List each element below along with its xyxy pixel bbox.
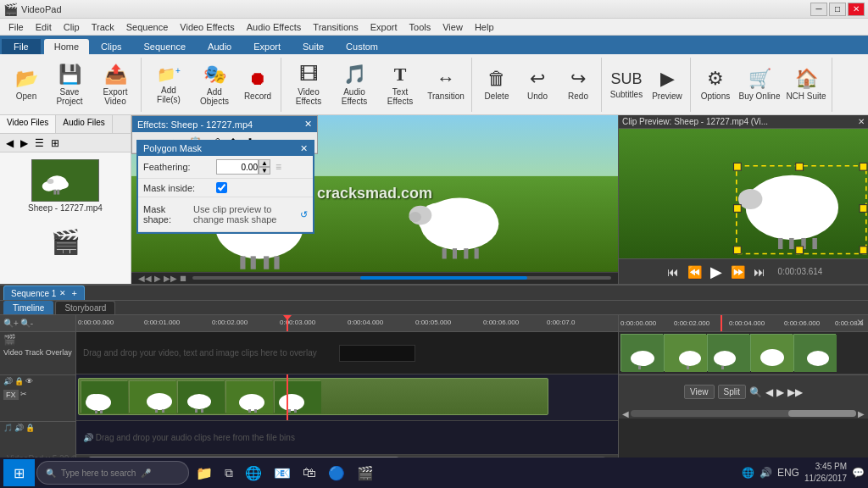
taskbar-task-view-button[interactable]: ⧉: [220, 459, 238, 486]
preview-scrubber[interactable]: [192, 276, 611, 280]
feathering-input[interactable]: [216, 159, 259, 175]
taskbar-store-button[interactable]: 🛍: [298, 459, 321, 486]
file-item[interactable]: Sheep - 12727.mp4: [3, 156, 127, 216]
delete-button[interactable]: 🗑 Delete: [477, 60, 516, 109]
track-mute-button[interactable]: 🔊: [3, 377, 13, 385]
save-project-button[interactable]: 💾 Save Project: [47, 60, 92, 109]
add-objects-button[interactable]: 🎭 Add Objects: [192, 60, 236, 109]
maximize-button[interactable]: □: [829, 3, 846, 16]
language-indicator[interactable]: ENG: [777, 467, 799, 479]
panel-prev-btn[interactable]: ◀: [3, 136, 16, 150]
microphone-icon[interactable]: 🎤: [141, 469, 151, 478]
video-clip-1[interactable]: [78, 378, 548, 415]
menu-help[interactable]: Help: [470, 20, 499, 34]
track-add-button[interactable]: ✂: [20, 390, 27, 400]
clip-next-frame-button[interactable]: ⏩: [728, 265, 748, 279]
cp-zoom-in-button[interactable]: 🔍: [749, 386, 762, 398]
taskbar-explorer-button[interactable]: 📁: [191, 459, 218, 486]
open-button[interactable]: 📂 Open: [7, 60, 46, 109]
audio-effects-button[interactable]: 🎵 Audio Effects: [332, 60, 376, 109]
audio-lock-button[interactable]: 🔒: [25, 424, 35, 432]
undo-button[interactable]: ↩ Undo: [518, 60, 557, 109]
menu-sequence[interactable]: Sequence: [121, 20, 174, 34]
start-button[interactable]: ⊞: [3, 459, 35, 486]
tab-storyboard[interactable]: Storyboard: [55, 301, 115, 314]
add-files-button[interactable]: 📁+ Add File(s): [147, 60, 191, 109]
zoom-in-button[interactable]: 🔍+: [3, 319, 19, 328]
cp-scroll-thumb[interactable]: [788, 410, 856, 417]
feathering-down-button[interactable]: ▼: [259, 167, 270, 175]
view-button[interactable]: View: [684, 385, 715, 399]
tab-home[interactable]: Home: [44, 39, 89, 54]
cp-scroll-left[interactable]: ◀: [620, 409, 631, 419]
nch-suite-button[interactable]: 🏠 NCH Suite: [784, 60, 828, 109]
sequence-tab[interactable]: Sequence 1 ✕ +: [3, 286, 85, 300]
clip-panel-close[interactable]: ✕: [856, 317, 865, 329]
tab-timeline[interactable]: Timeline: [3, 301, 53, 314]
clip-preview-close[interactable]: ✕: [858, 117, 865, 126]
cp-play-button[interactable]: ▶: [776, 386, 784, 398]
menu-clip[interactable]: Clip: [58, 20, 85, 34]
sequence-add-button[interactable]: +: [71, 288, 76, 298]
tab-custom[interactable]: Custom: [336, 39, 388, 54]
menu-tools[interactable]: Tools: [404, 20, 437, 34]
track-fx-button[interactable]: FX: [3, 390, 19, 400]
taskbar-edge-button[interactable]: 🌐: [240, 459, 267, 486]
track-lock-button[interactable]: 🔒: [14, 377, 24, 385]
tab-suite[interactable]: Suite: [292, 39, 334, 54]
file-tab-video[interactable]: Video Files: [0, 115, 56, 133]
clip-skip-start-button[interactable]: ⏮: [665, 265, 682, 279]
timeline-ruler[interactable]: 0:00:00.000 0:00:01.000 0:00:02.000 0:00…: [76, 315, 618, 332]
close-button[interactable]: ✕: [848, 3, 865, 16]
options-button[interactable]: ⚙ Options: [696, 60, 735, 109]
video-effects-button[interactable]: 🎞 Video Effects: [287, 60, 331, 109]
effects-close-button[interactable]: ✕: [304, 119, 312, 130]
cp-next-button[interactable]: ▶▶: [787, 386, 803, 398]
tab-file[interactable]: File: [2, 39, 41, 54]
audio-mute-button[interactable]: 🔊: [14, 424, 24, 432]
notifications-icon[interactable]: 💬: [852, 467, 865, 479]
menu-edit[interactable]: Edit: [31, 20, 57, 34]
polygon-dialog-close[interactable]: ✕: [300, 143, 308, 154]
menu-view[interactable]: View: [437, 20, 468, 34]
cp-scroll-right[interactable]: ▶: [856, 409, 866, 419]
transition-button[interactable]: ↔ Transition: [424, 60, 468, 109]
minimize-button[interactable]: ─: [810, 3, 827, 16]
menu-track[interactable]: Track: [86, 20, 120, 34]
clip-play-button[interactable]: ▶: [708, 263, 725, 281]
menu-file[interactable]: File: [3, 20, 29, 34]
panel-list-view-btn[interactable]: ☰: [32, 136, 47, 150]
buy-online-button[interactable]: 🛒 Buy Online: [737, 60, 782, 109]
menu-video-effects[interactable]: Video Effects: [175, 20, 239, 34]
mask-shape-reset-button[interactable]: ↺: [300, 209, 308, 220]
tab-export[interactable]: Export: [243, 39, 291, 54]
preview-button[interactable]: ▶ Preview: [648, 60, 687, 109]
clip-panel-close-icon[interactable]: ✕: [856, 317, 865, 329]
redo-button[interactable]: ↪ Redo: [559, 60, 598, 109]
taskbar-videopad-button[interactable]: 🎬: [352, 459, 379, 486]
taskbar-mail-button[interactable]: 📧: [269, 459, 296, 486]
tab-sequence[interactable]: Sequence: [134, 39, 197, 54]
cp-prev-button[interactable]: ◀: [765, 386, 773, 398]
tab-audio[interactable]: Audio: [198, 39, 242, 54]
zoom-out-button[interactable]: 🔍-: [20, 319, 33, 328]
taskbar-chrome-button[interactable]: 🔵: [323, 459, 350, 486]
cp-scroll-track[interactable]: [631, 410, 856, 417]
split-button[interactable]: Split: [718, 385, 746, 399]
panel-grid-view-btn[interactable]: ⊞: [48, 136, 62, 150]
menu-export[interactable]: Export: [365, 20, 403, 34]
record-button[interactable]: ⏺ Record: [238, 60, 277, 109]
feathering-spinner[interactable]: ▲ ▼: [216, 159, 270, 175]
network-icon[interactable]: 🌐: [742, 467, 754, 479]
sequence-tab-close[interactable]: ✕: [59, 289, 66, 297]
menu-transitions[interactable]: Transitions: [308, 20, 363, 34]
panel-next-btn[interactable]: ▶: [18, 136, 31, 150]
clip-prev-frame-button[interactable]: ⏪: [685, 265, 704, 279]
subtitles-button[interactable]: SUB Subtitles: [607, 60, 646, 109]
export-video-button[interactable]: 📤 Export Video: [93, 60, 137, 109]
feathering-menu-icon[interactable]: ≡: [275, 161, 281, 173]
black-clip[interactable]: [339, 345, 415, 362]
volume-icon[interactable]: 🔊: [760, 467, 772, 479]
search-bar[interactable]: 🔍 Type here to search 🎤: [36, 461, 189, 485]
text-effects-button[interactable]: T Text Effects: [378, 60, 422, 109]
